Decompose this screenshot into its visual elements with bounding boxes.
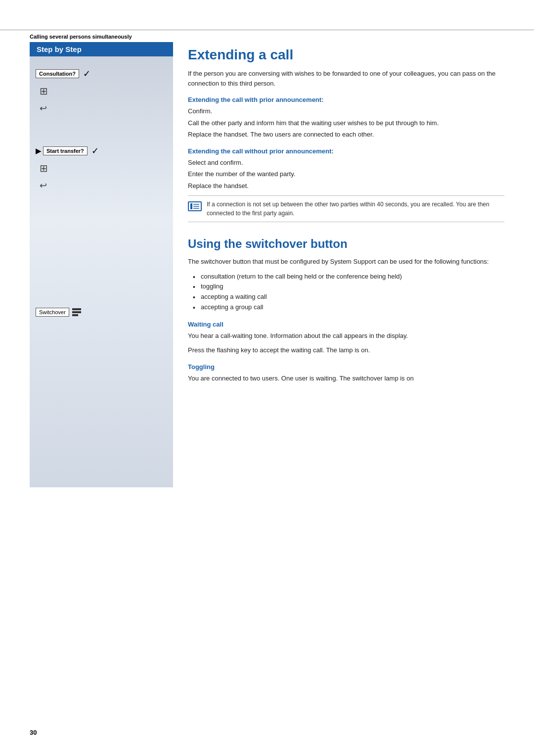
sidebar-item-keypad-1: ⊞ [30,82,173,100]
switchover-bullet-list: consultation (return to the call being h… [188,272,504,313]
instruction-call-other: Call the other party and inform him that… [188,118,504,128]
note-icon [188,201,202,215]
section-heading-bar: Calling several persons simultaneously [0,30,534,42]
switchover-bar-2 [72,311,81,313]
consultation-label: Consultation? [36,69,79,78]
content: Extending a call If the person you are c… [173,42,534,487]
with-prior-heading: Extending the call with prior announceme… [188,96,504,103]
extending-a-call-title: Extending a call [188,47,504,63]
without-prior-heading: Extending the call without prior announc… [188,147,504,155]
switchover-bar-3 [72,314,78,316]
toggling-heading: Toggling [188,363,504,371]
instruction-select-confirm: Select and confirm. [188,158,504,168]
instruction-replace-handset-1: Replace the handset. The two users are c… [188,130,504,140]
page: Calling several persons simultaneously S… [0,0,534,756]
handset-icon-2: ↩ [40,180,47,191]
sidebar-switchover: Switchover [30,305,173,320]
sidebar-arrow-icon: ▶ [36,147,41,155]
instruction-call-other-text: Call the other party and inform him that… [188,118,504,128]
svg-rect-1 [190,203,192,209]
instruction-enter-number: Enter the number of the wanted party. [188,169,504,179]
switchover-bar-1 [72,308,81,310]
main-layout: Step by Step Consultation? ✓ ⊞ ↩ [0,42,534,487]
waiting-call-text: You hear a call-waiting tone. Informatio… [188,331,504,341]
sidebar-section-transfer: ▶ Start transfer? ✓ ⊞ ↩ [30,139,173,196]
instruction-replace-handset-2: Replace the handset. [188,181,504,191]
step-by-step-label: Step by Step [30,42,173,56]
sidebar-item-handset-1: ↩ [30,100,173,117]
handset-icon-1: ↩ [40,103,47,114]
section-heading: Calling several persons simultaneously [30,34,132,40]
keypad-icon-2: ⊞ [40,162,48,174]
bullet-item-0: consultation (return to the call being h… [193,272,504,282]
extending-intro: If the person you are conversing with wi… [188,69,504,88]
instruction-replace-handset-2-text: Replace the handset. [188,181,504,191]
toggling-text: You are connected to two users. One user… [188,374,504,383]
page-number: 30 [30,729,37,736]
instruction-enter-number-text: Enter the number of the wanted party. [188,169,504,179]
check-icon-2: ✓ [91,145,99,156]
switchover-intro: The switchover button that must be confi… [188,257,504,267]
sidebar-item-handset-2: ↩ [30,177,173,194]
sidebar-gap-2 [30,196,173,295]
sidebar: Step by Step Consultation? ✓ ⊞ ↩ [30,42,173,487]
instruction-select-confirm-text: Select and confirm. [188,158,504,168]
switchover-action-text: Press the flashing key to accept the wai… [188,345,504,355]
sidebar-section-consultation: Consultation? ✓ ⊞ ↩ [30,61,173,119]
instruction-replace-handset-1-text: Replace the handset. The two users are c… [188,130,504,140]
waiting-call-heading: Waiting call [188,321,504,328]
bullet-item-3: accepting a group call [193,302,504,313]
switchover-label: Switchover [36,308,69,317]
check-icon-1: ✓ [83,68,90,79]
sidebar-item-start-transfer: ▶ Start transfer? ✓ [30,142,173,159]
bullet-item-2: accepting a waiting call [193,292,504,302]
start-transfer-label: Start transfer? [43,146,88,155]
note-box: If a connection is not set up between th… [188,195,504,222]
bullet-item-1: toggling [193,282,504,292]
sidebar-item-consultation: Consultation? ✓ [30,65,173,82]
note-text: If a connection is not set up between th… [207,200,504,218]
keypad-icon-1: ⊞ [40,85,48,97]
sidebar-items: Consultation? ✓ ⊞ ↩ ▶ Start [30,56,173,325]
switchover-title: Using the switchover button [188,237,504,251]
sidebar-item-keypad-2: ⊞ [30,159,173,177]
instruction-confirm-text: Confirm. [188,106,504,116]
instruction-confirm: Confirm. [188,106,504,116]
sidebar-gap-1 [30,119,173,139]
